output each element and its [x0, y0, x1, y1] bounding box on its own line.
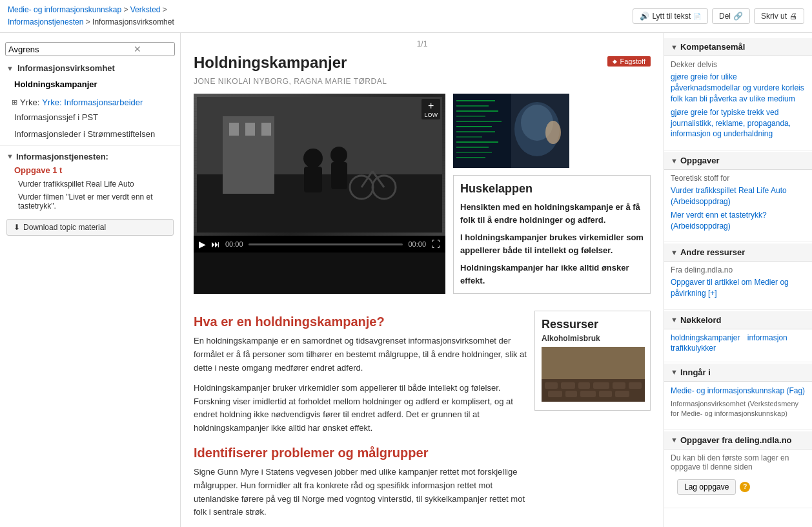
ressurser-subtitle: Alkoholmisbruk: [542, 334, 644, 343]
nokkelord-header[interactable]: ▼ Nøkkelord: [664, 311, 812, 329]
svg-rect-43: [565, 391, 577, 397]
tag-informasjon[interactable]: informasjon: [747, 333, 787, 342]
oppgaver-label: Teoretisk stoff for: [671, 174, 806, 183]
plus-icon: +: [428, 100, 434, 112]
svg-rect-10: [331, 162, 347, 189]
sidebar-yrke-row[interactable]: ⊞ Yrke: Yrke: Informasjonsarbeider: [0, 95, 180, 109]
svg-rect-40: [613, 382, 625, 389]
video-image: [197, 97, 442, 232]
svg-rect-41: [629, 382, 642, 389]
svg-rect-23: [456, 105, 489, 107]
svg-rect-24: [456, 110, 498, 112]
oppgaver-content: Teoretisk stoff for Vurder trafikkspille…: [664, 170, 812, 238]
arrow-icon: ▼: [6, 65, 14, 72]
sidebar-item-livet[interactable]: Vurder filmen "Livet er mer verdt enn et…: [0, 191, 180, 212]
sidebar-search-area: ✕: [0, 38, 180, 60]
video-time-total: 00:00: [408, 240, 426, 248]
video-quality-badge: + LOW: [421, 99, 440, 119]
svg-point-9: [330, 147, 347, 163]
svg-rect-42: [548, 391, 562, 397]
oppgaver-header[interactable]: ▼ Oppgaver: [664, 152, 812, 170]
download-topic-button[interactable]: ⬇ Download topic material: [6, 219, 174, 236]
svg-rect-27: [456, 126, 492, 127]
huskelappen-text-3: Holdningskampanjer har ikke alltid ønske…: [460, 262, 644, 287]
svg-rect-36: [545, 382, 558, 389]
tag-trafikkulykker[interactable]: trafikkulykker: [671, 344, 716, 353]
svg-rect-8: [304, 167, 322, 192]
yrke-icon: ⊞: [12, 98, 17, 107]
inngaar-section: ▼ Inngår i Medie- og informasjonskunnska…: [664, 364, 812, 430]
huskelappen-title: Huskelappen: [460, 182, 644, 196]
page-counter: 1/1: [194, 39, 651, 48]
inngaar-link-1[interactable]: Medie- og informasjonskunnskap (Fag): [671, 386, 806, 397]
sidebar-item-holdningskampanjer[interactable]: Holdningskampanjer: [0, 76, 180, 93]
sidebar-section-header-1[interactable]: ▼ Informasjonsvirksomhet: [0, 60, 180, 76]
svg-rect-5: [245, 123, 255, 136]
content-area: 1/1 Holdningskampanjer Fagstoff JONE NIK…: [181, 33, 664, 527]
svg-rect-29: [456, 136, 482, 138]
lytt-til-tekst-button[interactable]: 🔊 Lytt til tekst 📄: [633, 8, 708, 24]
breadcrumb-link-3[interactable]: Informasjonstjenesten: [8, 17, 83, 26]
inngaar-link-2[interactable]: Informasjonsvirksomhet (Verkstedsmeny fo…: [671, 399, 806, 419]
article-para-2: Holdningskampanjer bruker virkemidler so…: [194, 382, 527, 435]
svg-rect-33: [456, 157, 485, 158]
breadcrumb-link-1[interactable]: Medie- og informasjonskunnskap: [8, 5, 121, 14]
svg-rect-6: [261, 123, 271, 136]
ressurser-image: [542, 347, 645, 402]
svg-rect-37: [561, 382, 575, 389]
svg-rect-45: [599, 391, 612, 397]
oppgave-link-2[interactable]: Mer verdt enn et tastetrykk? (Arbeidsopp…: [671, 210, 806, 232]
maal-link-2[interactable]: gjøre greie for typiske trekk ved journa…: [671, 107, 806, 140]
andre-link-1[interactable]: Oppgaver til artikkel om Medier og påvir…: [671, 277, 806, 299]
sidebar-section-1: ▼ Informasjonsvirksomhet Holdningskampan…: [0, 60, 180, 93]
kompetansemaal-content: Dekker delvis gjøre greie for ulike påve…: [664, 56, 812, 146]
play-button[interactable]: ▶: [199, 239, 206, 249]
video-player[interactable]: + LOW ▶ ⏭ 00:00 00:00 ⛶: [194, 94, 445, 294]
svg-rect-44: [580, 391, 596, 397]
svg-rect-30: [456, 141, 498, 143]
svg-rect-35: [542, 379, 645, 402]
inngaar-header[interactable]: ▼ Inngår i: [664, 364, 812, 382]
sidebar-item-pst[interactable]: Informasjonssjef i PST: [0, 109, 180, 126]
fullscreen-button[interactable]: ⛶: [431, 239, 440, 249]
sidebar-item-strommestiftelsen[interactable]: Informasjonsleder i Strømmestiftelsen: [0, 126, 180, 143]
svg-rect-32: [456, 152, 492, 153]
arrow-nokkelord: ▼: [671, 316, 678, 324]
search-input[interactable]: [8, 45, 131, 54]
article-para-1: En holdningskampanje er en samordnet og …: [194, 335, 527, 375]
oppgaver-deling-header[interactable]: ▼ Oppgaver fra deling.ndla.no: [664, 431, 812, 450]
video-controls: ▶ ⏭ 00:00 00:00 ⛶: [194, 236, 445, 253]
print-icon: 🖨: [789, 12, 797, 21]
svg-rect-46: [615, 391, 629, 397]
svg-rect-25: [456, 116, 485, 117]
svg-point-21: [545, 121, 561, 144]
breadcrumb-link-2[interactable]: Verksted: [130, 5, 161, 14]
maal-link-1[interactable]: gjøre greie for ulike påverknadsmodellar…: [671, 72, 806, 104]
sidebar-oppgave-label[interactable]: Oppgave 1 t: [0, 163, 180, 178]
oppgave-link-1[interactable]: Vurder trafikkspillet Real Life Auto (Ar…: [671, 185, 806, 207]
skriv-ut-button[interactable]: Skriv ut 🖨: [754, 8, 804, 24]
speaker-icon: 📄: [693, 13, 701, 20]
oppgaver-section: ▼ Oppgaver Teoretisk stoff for Vurder tr…: [664, 152, 812, 242]
breadcrumb: Medie- og informasjonskunnskap > Verkste…: [8, 4, 174, 28]
huskelappen-box: Huskelappen Hensikten med en holdningska…: [453, 175, 651, 294]
andre-ressurser-section: ▼ Andre ressurser Fra deling.ndla.no Opp…: [664, 243, 812, 310]
video-progress-bar[interactable]: [249, 243, 403, 245]
kompetansemaal-header[interactable]: ▼ Kompetansemål: [664, 38, 812, 56]
lag-oppgave-button[interactable]: Lag oppgave: [677, 479, 736, 495]
tag-holdningskampanjer[interactable]: holdningskampanjer: [671, 333, 740, 342]
sidebar-item-reallife[interactable]: Vurder trafikkspillet Real Life Auto: [0, 178, 180, 191]
svg-rect-26: [456, 121, 502, 122]
clear-search-icon[interactable]: ✕: [134, 44, 141, 54]
del-button[interactable]: Del 🔗: [712, 8, 750, 24]
lag-oppgave-row: Lag oppgave ?: [671, 474, 806, 500]
arrow-deling: ▼: [671, 436, 678, 444]
article-title: Holdningskampanjer: [194, 54, 347, 72]
andre-ressurser-header[interactable]: ▼ Andre ressurser: [664, 243, 812, 262]
help-icon[interactable]: ?: [740, 482, 750, 492]
audio-icon: 🔊: [640, 12, 649, 21]
next-button[interactable]: ⏭: [211, 239, 220, 249]
dekker-label: Dekker delvis: [671, 60, 806, 69]
side-image-svg: [453, 94, 569, 168]
arrow-oppgaver: ▼: [671, 157, 678, 165]
